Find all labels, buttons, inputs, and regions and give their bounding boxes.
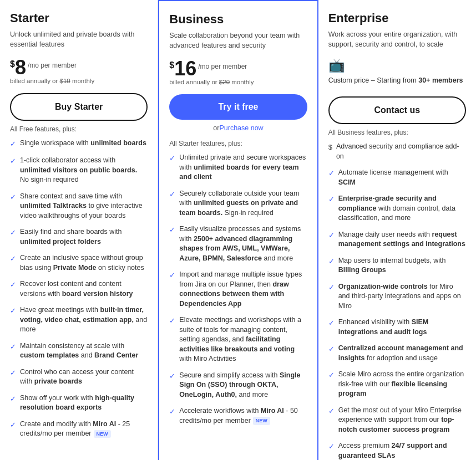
feature-text: Scale Miro across the entire organizatio… xyxy=(338,370,466,399)
list-item: ✓Have great meetings with built-in timer… xyxy=(10,305,148,335)
btn-starter[interactable]: Buy Starter xyxy=(10,93,148,121)
feature-text: Get the most out of your Miro Enterprise… xyxy=(338,406,466,435)
feature-text: Create an inclusive space without group … xyxy=(20,253,148,273)
plan-desc-business: Scale collaboration beyond your team wit… xyxy=(169,31,307,51)
plan-col-enterprise: EnterpriseWork across your entire organi… xyxy=(318,0,476,460)
feature-text: Enterprise-grade security and compliance… xyxy=(338,194,466,223)
price-number: 16 xyxy=(174,59,196,79)
feature-text: Organization-wide controls for Miro and … xyxy=(338,282,466,311)
list-item: ✓Share context and save time with unlimi… xyxy=(10,192,148,221)
feature-list-business: ✓Unlimited private and secure workspaces… xyxy=(169,153,307,426)
check-icon: ✓ xyxy=(10,342,16,352)
check-icon: ✓ xyxy=(169,190,175,200)
features-header-starter: All Free features, plus: xyxy=(10,125,148,133)
btn-business[interactable]: Try it free xyxy=(169,94,307,120)
feature-text: Accelerate workflows with Miro AI - 50 c… xyxy=(179,406,307,426)
list-item: ✓Enterprise-grade security and complianc… xyxy=(328,194,466,223)
list-item: ✓Centralized account management and insi… xyxy=(328,344,466,363)
feature-text: Import and manage multiple issue types f… xyxy=(179,270,307,309)
feature-text: Enhanced visibility with SIEM integratio… xyxy=(338,318,466,337)
check-icon: ✓ xyxy=(169,407,175,417)
check-icon: ✓ xyxy=(10,254,16,264)
feature-text: Single workspace with unlimited boards xyxy=(20,139,146,149)
check-icon: ✓ xyxy=(169,371,175,381)
price-suffix: /mo per member xyxy=(198,63,247,70)
badge-new: NEW xyxy=(253,417,270,425)
check-icon: ✓ xyxy=(10,280,16,290)
list-item: ✓Unlimited private and secure workspaces… xyxy=(169,153,307,182)
list-item: ✓Elevate meetings and workshops with a s… xyxy=(169,315,307,364)
check-icon: ✓ xyxy=(328,195,335,205)
feature-text: Access premium 24/7 support and guarante… xyxy=(338,441,466,460)
feature-text: Control who can access your content with… xyxy=(20,367,148,387)
list-item: ✓Access premium 24/7 support and guarant… xyxy=(328,441,466,460)
plan-title-business: Business xyxy=(169,12,307,27)
plan-col-business: BusinessScale collaboration beyond your … xyxy=(158,0,318,460)
list-item: ✓Create and modify with Miro AI - 25 cre… xyxy=(10,420,148,439)
list-item: ✓Secure and simplify access with Single … xyxy=(169,371,307,400)
price-dollar: $ xyxy=(169,61,174,70)
check-icon: ✓ xyxy=(169,154,175,163)
check-icon: ✓ xyxy=(328,231,335,241)
purchase-now-link[interactable]: Purchase now xyxy=(219,124,263,132)
check-icon: ✓ xyxy=(10,368,16,378)
feature-text: Easily visualize processes and systems w… xyxy=(179,224,307,263)
list-item: ✓Organization-wide controls for Miro and… xyxy=(328,282,466,311)
feature-text: Unlimited private and secure workspaces … xyxy=(179,153,307,182)
badge-new: NEW xyxy=(94,430,111,438)
check-icon: ✓ xyxy=(169,270,175,280)
feature-text: Share context and save time with unlimit… xyxy=(20,192,148,221)
price-billed: billed annually or $10 monthly xyxy=(10,78,148,84)
list-item: ✓Maintain consistency at scale with cust… xyxy=(10,341,148,361)
list-item: ✓Create an inclusive space without group… xyxy=(10,253,148,273)
feature-text: Manage daily user needs with request man… xyxy=(338,230,466,249)
feature-text: Maintain consistency at scale with custo… xyxy=(20,341,148,361)
plan-title-starter: Starter xyxy=(10,11,148,25)
check-icon: ✓ xyxy=(10,394,16,404)
check-icon: ✓ xyxy=(328,318,335,328)
check-icon: ✓ xyxy=(328,257,335,267)
check-icon: ✓ xyxy=(328,370,335,380)
check-icon: ✓ xyxy=(10,420,16,430)
check-icon: ✓ xyxy=(328,168,335,178)
feature-text: 1-click collaborator access with unlimit… xyxy=(20,156,148,185)
list-item: ✓Accelerate workflows with Miro AI - 50 … xyxy=(169,406,307,426)
list-item: ✓Enhanced visibility with SIEM integrati… xyxy=(328,318,466,337)
plan-col-starter: StarterUnlock unlimited and private boar… xyxy=(0,0,158,460)
check-icon: ✓ xyxy=(10,192,16,202)
feature-text: Show off your work with high-quality res… xyxy=(20,393,148,413)
price-block-enterprise: 📺Custom price – Starting from 30+ member… xyxy=(328,58,466,84)
pricing-container: StarterUnlock unlimited and private boar… xyxy=(0,0,476,460)
price-main-business: $16/mo per member xyxy=(169,59,307,79)
list-item: ✓Easily visualize processes and systems … xyxy=(169,224,307,263)
list-item: ✓1-click collaborator access with unlimi… xyxy=(10,156,148,185)
features-header-enterprise: All Business features, plus: xyxy=(328,129,466,136)
list-item: ✓Manage daily user needs with request ma… xyxy=(328,230,466,249)
feature-text: Map users to internal budgets, with Bill… xyxy=(338,256,466,275)
btn-enterprise[interactable]: Contact us xyxy=(328,96,466,124)
price-billed: billed annually or $20 monthly xyxy=(169,79,307,85)
price-main-starter: $8/mo per member xyxy=(10,58,148,78)
check-icon: ✓ xyxy=(328,283,335,293)
feature-text: Recover lost content and content version… xyxy=(20,279,148,299)
check-icon: ✓ xyxy=(10,228,16,238)
check-icon: ✓ xyxy=(169,316,175,326)
feature-text: Automate license management with SCIM xyxy=(338,168,466,187)
feature-text: Advanced security and compliance add-on xyxy=(336,142,466,161)
list-item: ✓Easily find and share boards with unlim… xyxy=(10,227,148,247)
price-dollar: $ xyxy=(10,60,15,69)
custom-price-text: Custom price – Starting from 30+ members xyxy=(328,76,466,84)
list-item: ✓Get the most out of your Miro Enterpris… xyxy=(328,406,466,435)
check-icon: ✓ xyxy=(10,156,16,166)
check-icon: ✓ xyxy=(10,139,16,149)
list-item: ✓Automate license management with SCIM xyxy=(328,168,466,187)
list-item: ✓Map users to internal budgets, with Bil… xyxy=(328,256,466,275)
feature-text: Secure and simplify access with Single S… xyxy=(179,371,307,400)
check-icon: ✓ xyxy=(10,306,16,316)
dollar-icon: $ xyxy=(328,142,332,152)
list-item: $Advanced security and compliance add-on xyxy=(328,142,466,161)
feature-list-starter: ✓Single workspace with unlimited boards✓… xyxy=(10,139,148,439)
price-block-business: $16/mo per memberbilled annually or $20 … xyxy=(169,59,307,85)
list-item: ✓Show off your work with high-quality re… xyxy=(10,393,148,413)
list-item: ✓Single workspace with unlimited boards xyxy=(10,139,148,149)
